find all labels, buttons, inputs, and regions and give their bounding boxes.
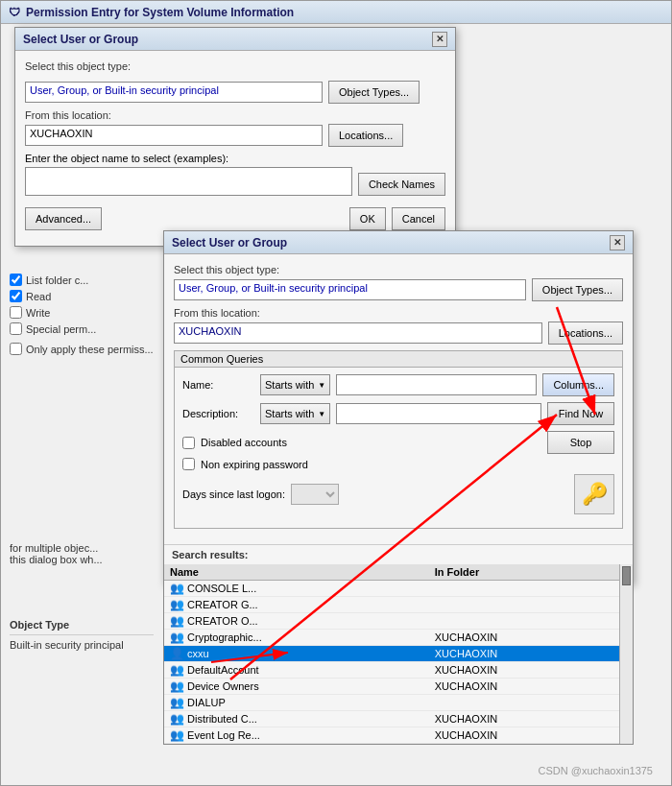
columns-button[interactable]: Columns... (542, 373, 614, 396)
name-starts-with-dropdown[interactable]: Starts with (260, 374, 330, 395)
search-results-section: Search results: Name In Folder 👥 CONSOLE… (163, 545, 634, 745)
dialog1-enter-object-label: Enter the object name to select (example… (25, 153, 445, 164)
disabled-accounts-checkbox[interactable] (182, 437, 195, 449)
write-checkbox[interactable] (10, 306, 22, 319)
row-name: 👥 DIALUP (164, 695, 429, 711)
object-type-bg-section: Object Type Built-in security principal (5, 614, 158, 655)
common-queries-section: Common Queries Name: Starts with Columns… (174, 350, 623, 529)
results-scrollbar[interactable] (619, 564, 633, 744)
table-row[interactable]: 👥 Distributed C... XUCHAOXIN (164, 711, 619, 727)
days-logon-select[interactable] (291, 484, 339, 505)
table-row[interactable]: 👥 Device Owners XUCHAOXIN (164, 679, 619, 695)
dialog1-advanced-button[interactable]: Advanced... (25, 207, 102, 230)
row-name: 👥 Distributed C... (164, 711, 429, 727)
results-table: Name In Folder 👥 CONSOLE L... 👥 CREATOR … (164, 564, 619, 744)
table-row[interactable]: 👥 CREATOR O... (164, 613, 619, 630)
row-name: 👥 CONSOLE L... (164, 581, 429, 597)
row-folder: XUCHAOXIN (429, 679, 619, 695)
dialog1-check-names-button[interactable]: Check Names (358, 173, 445, 196)
description-filter-input[interactable] (336, 403, 541, 424)
stop-button[interactable]: Stop (547, 431, 614, 454)
table-row[interactable]: 👥 DefaultAccount XUCHAOXIN (164, 662, 619, 679)
row-folder: XUCHAOXIN (429, 727, 619, 744)
description-starts-with-label: Starts with (265, 408, 314, 419)
table-row[interactable]: 👥 Cryptographic... XUCHAOXIN (164, 630, 619, 646)
name-starts-with-label: Starts with (265, 379, 314, 391)
bg-text-line2: this dialog box wh... (10, 554, 103, 565)
dialog1-ok-button[interactable]: OK (349, 207, 386, 230)
row-name: 👥 DefaultAccount (164, 662, 429, 679)
days-logon-label: Days since last logon: (182, 488, 285, 500)
dialog2-location-row: XUCHAOXIN Locations... (174, 322, 623, 345)
dialog2-body: Select this object type: User, Group, or… (164, 254, 633, 544)
col-name: Name (164, 564, 429, 581)
row-folder (429, 695, 619, 711)
name-label: Name: (182, 379, 254, 391)
table-row[interactable]: 👥 CREATOR G... (164, 597, 619, 613)
description-starts-with-dropdown[interactable]: Starts with (260, 403, 330, 424)
shield-icon: 🛡 (9, 6, 20, 19)
table-row[interactable]: 👤 cxxu XUCHAOXIN (164, 646, 619, 662)
dialog1-object-type-label: Select this object type: (25, 60, 131, 72)
results-table-container: Name In Folder 👥 CONSOLE L... 👥 CREATOR … (164, 564, 633, 744)
row-folder (429, 581, 619, 597)
bg-window-title: Permission Entry for System Volume Infor… (26, 6, 294, 19)
object-type-value: Built-in security principal (10, 639, 154, 651)
user-group-icon: 👥 (170, 582, 184, 595)
only-apply-checkbox[interactable] (10, 343, 22, 355)
disabled-accounts-row: Disabled accounts Stop (182, 431, 614, 454)
dialog1-close-button[interactable]: ✕ (432, 32, 447, 47)
non-expiring-checkbox[interactable] (182, 458, 195, 470)
dialog1-object-types-button[interactable]: Object Types... (328, 81, 420, 104)
dialog1-object-type-row: Select this object type: (25, 60, 445, 75)
row-name: 👥 Device Owners (164, 679, 429, 695)
name-query-row: Name: Starts with Columns... (182, 373, 614, 396)
dialog2-object-type-label: Select this object type: (174, 264, 623, 275)
row-folder (429, 613, 619, 630)
list-folder-checkbox[interactable] (10, 274, 22, 286)
special-perm-checkbox[interactable] (10, 322, 22, 335)
description-label: Description: (182, 408, 254, 419)
dialog2-location-input[interactable]: XUCHAOXIN (174, 322, 542, 344)
table-row[interactable]: 👥 CONSOLE L... (164, 581, 619, 597)
bg-text-area: for multiple objec... this dialog box wh… (5, 537, 163, 570)
user-icon: 👤 (170, 647, 184, 660)
name-filter-input[interactable] (336, 374, 537, 395)
dialog1-cancel-button[interactable]: Cancel (392, 207, 445, 230)
user-group-icon: 👥 (170, 663, 184, 677)
dialog2-object-types-button[interactable]: Object Types... (532, 278, 623, 301)
scrollbar-thumb[interactable] (622, 566, 631, 585)
dialog1-locations-button[interactable]: Locations... (328, 124, 403, 147)
user-group-icon: 👥 (170, 614, 184, 628)
row-folder (429, 597, 619, 613)
dialog1-object-type-input-row: User, Group, or Built-in security princi… (25, 81, 445, 104)
col-folder: In Folder (429, 564, 619, 581)
dialog1-object-name-input[interactable] (25, 167, 352, 196)
table-row[interactable]: 👥 Event Log Re... XUCHAOXIN (164, 727, 619, 744)
key-icon: 🔑 (574, 474, 614, 514)
row-name: 👥 Event Log Re... (164, 727, 429, 744)
results-header-row: Name In Folder (164, 564, 619, 581)
watermark: CSDN @xuchaoxin1375 (539, 765, 653, 776)
object-type-heading: Object Type (10, 619, 154, 635)
common-queries-tab[interactable]: Common Queries (175, 351, 622, 368)
search-results-label: Search results: (164, 545, 633, 564)
dialog1-object-type-input: User, Group, or Built-in security princi… (25, 82, 323, 103)
user-group-icon: 👥 (170, 712, 184, 726)
dialog2-close-button[interactable]: ✕ (610, 235, 625, 250)
dialog1-location-input[interactable]: XUCHAOXIN (25, 125, 323, 146)
table-row[interactable]: 👥 DIALUP (164, 695, 619, 711)
row-name: 👥 CREATOR O... (164, 613, 429, 630)
days-logon-row: Days since last logon: 🔑 (182, 474, 614, 514)
find-now-button[interactable]: Find Now (547, 402, 614, 425)
dialog1-object-name-row: Check Names (25, 167, 445, 202)
description-query-row: Description: Starts with Find Now (182, 402, 614, 425)
dialog-select-user-back: Select User or Group ✕ Select this objec… (14, 27, 456, 247)
dialog2-locations-button[interactable]: Locations... (548, 322, 623, 345)
dialog2-title: Select User or Group (172, 236, 287, 250)
dialog2-object-type-input: User, Group, or Built-in security princi… (174, 279, 526, 300)
row-folder: XUCHAOXIN (429, 662, 619, 679)
row-folder: XUCHAOXIN (429, 711, 619, 727)
dialog1-title: Select User or Group (23, 33, 138, 46)
read-checkbox[interactable] (10, 290, 22, 302)
